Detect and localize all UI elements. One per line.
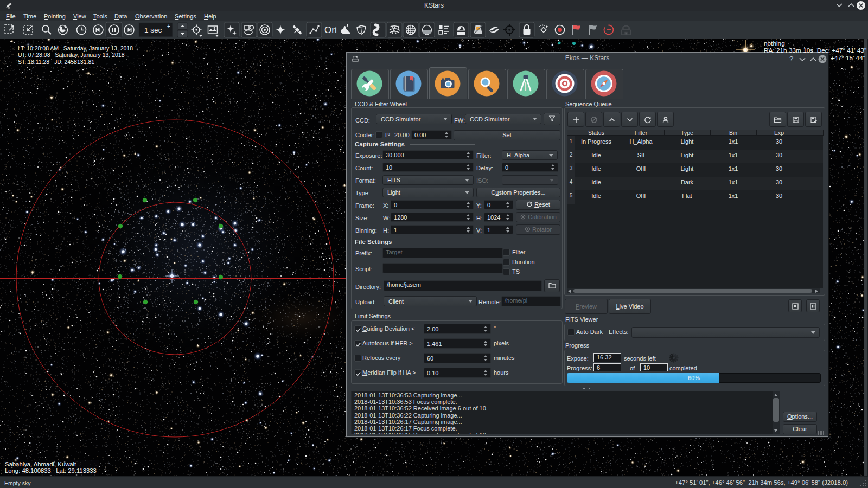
svg-text:+: + [167, 23, 170, 29]
svg-text:1 sec: 1 sec [144, 26, 162, 34]
svg-text:−: − [167, 30, 170, 37]
svg-text:?: ? [789, 55, 793, 63]
svg-text:Ori: Ori [324, 25, 337, 35]
